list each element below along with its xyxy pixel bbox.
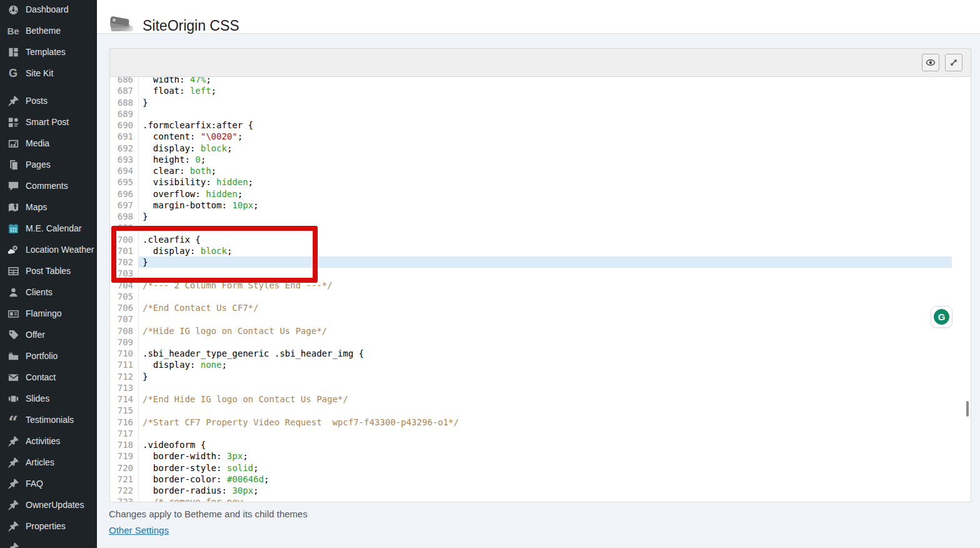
sidebar-item-contact[interactable]: Contact <box>0 367 97 388</box>
code-line[interactable]: 688} <box>110 97 971 108</box>
code-line[interactable]: 697 margin-bottom: 10px; <box>110 200 971 211</box>
sidebar-item-maps[interactable]: Maps <box>0 196 97 218</box>
code-line[interactable]: 692 display: block; <box>110 143 971 154</box>
code-line-text: border-radius: 30px; <box>139 485 952 496</box>
screen: DashboardBeBethemeTemplatesGSite KitPost… <box>0 0 980 548</box>
line-number: 713 <box>110 382 139 393</box>
code-line-text: border-color: #00646d; <box>139 474 952 485</box>
code-line[interactable]: 717 <box>110 428 971 439</box>
sidebar-item-ownerupdates[interactable]: OwnerUpdates <box>0 494 97 515</box>
sitekit-icon: G <box>6 67 20 79</box>
code-line-text: /* remove for now <box>139 496 952 502</box>
code-line[interactable]: 693 height: 0; <box>110 154 971 165</box>
code-line[interactable]: 712} <box>110 371 971 382</box>
sidebar-item-label: Smart Post <box>26 117 69 127</box>
sidebar-item-label: Flamingo <box>26 308 62 318</box>
sidebar-item-slides[interactable]: Slides <box>0 388 97 409</box>
sidebar-item-posts[interactable]: Posts <box>0 90 97 111</box>
grammarly-icon: G <box>934 309 949 325</box>
line-number: 688 <box>110 97 139 108</box>
sidebar-item-post-tables[interactable]: Post Tables <box>0 260 97 282</box>
sidebar-item-portfolio[interactable]: Portfolio <box>0 345 97 367</box>
code-line-text: /*End Contact Us CF7*/ <box>139 302 952 313</box>
sidebar-item-m-e-calendar[interactable]: M.E. Calendar <box>0 218 97 239</box>
code-line[interactable]: 690.formclearfix:after { <box>110 119 971 131</box>
sidebar-item-pages[interactable]: Pages <box>0 154 97 175</box>
code-line-text <box>139 405 952 416</box>
code-line[interactable]: 716/*Start CF7 Property Video Request wp… <box>110 417 971 428</box>
sidebar-item-location-weather[interactable]: Location Weather <box>0 239 97 260</box>
code-line[interactable]: 714/*End Hide IG logo on Contact Us Page… <box>110 393 971 405</box>
sidebar-item-offer[interactable]: Offer <box>0 324 97 345</box>
line-number: 721 <box>110 474 139 485</box>
code-line-text: width: 47%; <box>139 77 952 85</box>
sidebar-item-comments[interactable]: Comments <box>0 175 97 196</box>
sidebar-item-properties[interactable]: Properties <box>0 515 97 537</box>
sidebar-item-testimonials[interactable]: “Testimonials <box>0 409 97 430</box>
table-icon <box>6 265 20 277</box>
expand-icon <box>947 56 961 69</box>
code-line-text: display: none; <box>139 359 952 370</box>
code-line[interactable]: 710.sbi_header_type_generic .sbi_header_… <box>110 348 971 359</box>
code-line[interactable]: 720 border-style: solid; <box>110 462 971 474</box>
code-line[interactable]: 718.videoform { <box>110 439 971 450</box>
sidebar-item-clients[interactable]: Clients <box>0 282 97 303</box>
line-number: 697 <box>110 200 139 211</box>
code-line-text <box>139 337 952 348</box>
code-line-text: float: left; <box>139 85 952 96</box>
betheme-icon: Be <box>6 24 20 37</box>
code-line[interactable]: 723 /* remove for now <box>110 496 971 502</box>
code-line-text: /*Start CF7 Property Video Request wpcf7… <box>139 417 952 428</box>
code-line[interactable]: 709 <box>110 337 971 348</box>
code-line[interactable]: 687 float: left; <box>110 85 971 96</box>
siteorigin-fan-logo-icon <box>108 3 138 34</box>
code-line[interactable]: 711 display: none; <box>110 359 971 370</box>
line-number: 689 <box>110 108 139 119</box>
code-line[interactable]: 705 <box>110 291 971 302</box>
sidebar-item-betheme[interactable]: BeBetheme <box>0 20 97 41</box>
sidebar-item-activities[interactable]: Activities <box>0 430 97 452</box>
line-number: 716 <box>110 417 139 428</box>
fullscreen-button[interactable] <box>945 54 962 71</box>
admin-sidebar: DashboardBeBethemeTemplatesGSite KitPost… <box>0 0 97 548</box>
sidebar-item-label: Offer <box>26 330 45 340</box>
grammarly-badge[interactable]: G <box>931 306 952 328</box>
maps-icon <box>6 201 20 213</box>
code-line[interactable]: 722 border-radius: 30px; <box>110 485 971 496</box>
other-settings-link[interactable]: Other Settings <box>109 525 169 535</box>
code-line[interactable]: 715 <box>110 405 971 416</box>
line-number: 692 <box>110 143 139 154</box>
sidebar-item-flamingo[interactable]: Flamingo <box>0 303 97 324</box>
scrollbar-thumb[interactable] <box>966 401 969 417</box>
sidebar-item-hidden-item[interactable] <box>0 537 97 548</box>
code-line[interactable]: 721 border-color: #00646d; <box>110 474 971 485</box>
code-line[interactable]: 698} <box>110 211 971 222</box>
code-line[interactable]: 694 clear: both; <box>110 165 971 176</box>
line-number: 696 <box>110 188 139 200</box>
line-number: 718 <box>110 439 139 450</box>
sidebar-item-label: Testimonials <box>26 415 74 425</box>
sidebar-item-smart-post[interactable]: Smart Post <box>0 111 97 133</box>
code-line[interactable]: 706/*End Contact Us CF7*/ <box>110 302 971 313</box>
line-number: 698 <box>110 211 139 222</box>
sidebar-item-faq[interactable]: FAQ <box>0 473 97 494</box>
code-line[interactable]: 707 <box>110 313 971 325</box>
code-line[interactable]: 719 border-width: 3px; <box>110 450 971 462</box>
css-code-editor[interactable]: 686 width: 47%;687 float: left;688}68969… <box>109 77 971 502</box>
sidebar-item-media[interactable]: Media <box>0 133 97 154</box>
sidebar-item-site-kit[interactable]: GSite Kit <box>0 63 97 84</box>
code-line[interactable]: 686 width: 47%; <box>110 77 971 85</box>
code-line[interactable]: 696 overflow: hidden; <box>110 188 971 200</box>
comments-icon <box>6 180 20 192</box>
code-line[interactable]: 713 <box>110 382 971 393</box>
sidebar-item-templates[interactable]: Templates <box>0 41 97 63</box>
sidebar-item-dashboard[interactable]: Dashboard <box>0 0 97 20</box>
code-line[interactable]: 708/*Hide IG logo on Contact Us Page*/ <box>110 325 971 337</box>
preview-button[interactable] <box>922 54 939 71</box>
code-line[interactable]: 695 visibility: hidden; <box>110 176 971 188</box>
code-line[interactable]: 689 <box>110 108 971 119</box>
main-content: SiteOrigin CSS <box>97 0 980 548</box>
line-number: 714 <box>110 393 139 405</box>
code-line[interactable]: 691 content: "\0020"; <box>110 131 971 142</box>
sidebar-item-articles[interactable]: Articles <box>0 452 97 473</box>
